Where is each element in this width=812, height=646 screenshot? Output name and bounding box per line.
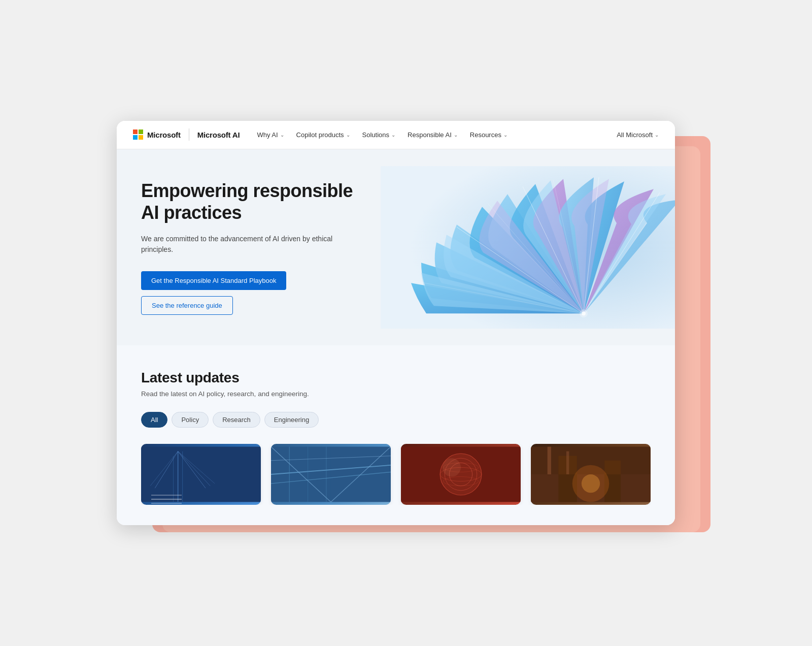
browser-window: Microsoft Microsoft AI Why AI ⌄ Copilot …	[117, 121, 675, 525]
cta-reference-button[interactable]: See the reference guide	[141, 296, 233, 315]
product-brand: Microsoft AI	[197, 131, 240, 139]
logo-blue-square	[133, 135, 138, 140]
navbar-links: Why AI ⌄ Copilot products ⌄ Solutions ⌄ …	[252, 128, 513, 142]
update-card-4[interactable]	[531, 444, 651, 505]
cards-grid	[141, 444, 651, 505]
filter-all[interactable]: All	[141, 412, 167, 428]
card-1-image	[141, 444, 261, 505]
hero-buttons: Get the Responsible AI Standard Playbook…	[141, 271, 356, 315]
hero-illustration	[381, 149, 675, 345]
hero-image	[381, 149, 675, 345]
hero-subtitle: We are committed to the advancement of A…	[141, 234, 356, 255]
updates-section: Latest updates Read the latest on AI pol…	[117, 345, 675, 525]
nav-copilot-chevron: ⌄	[346, 132, 350, 138]
nav-responsible-ai-chevron: ⌄	[454, 132, 458, 138]
svg-rect-10	[141, 447, 261, 502]
nav-why-ai-chevron: ⌄	[280, 132, 284, 138]
microsoft-wordmark: Microsoft	[147, 131, 181, 139]
navbar-divider	[189, 128, 189, 141]
nav-resources-chevron: ⌄	[503, 132, 507, 138]
all-microsoft-link[interactable]: All Microsoft ⌄	[617, 131, 659, 139]
nav-resources[interactable]: Resources ⌄	[465, 128, 513, 142]
card-2-image	[271, 444, 391, 505]
svg-point-43	[582, 474, 600, 493]
nav-solutions[interactable]: Solutions ⌄	[357, 128, 400, 142]
nav-responsible-ai[interactable]: Responsible AI ⌄	[402, 128, 463, 142]
card-4-image	[531, 444, 651, 505]
navbar: Microsoft Microsoft AI Why AI ⌄ Copilot …	[117, 121, 675, 149]
nav-solutions-label: Solutions	[362, 131, 389, 139]
update-card-3[interactable]	[401, 444, 521, 505]
hero-section: Empowering responsible AI practices We a…	[117, 149, 675, 345]
filter-engineering[interactable]: Engineering	[264, 412, 319, 428]
filter-tabs: All Policy Research Engineering	[141, 412, 651, 428]
nav-copilot-label: Copilot products	[296, 131, 344, 139]
nav-solutions-chevron: ⌄	[391, 132, 395, 138]
logo-green-square	[139, 130, 143, 134]
nav-resources-label: Resources	[470, 131, 501, 139]
svg-point-37	[443, 458, 461, 476]
updates-title: Latest updates	[141, 370, 651, 386]
cta-playbook-button[interactable]: Get the Responsible AI Standard Playbook	[141, 271, 286, 290]
all-microsoft-label: All Microsoft	[617, 131, 653, 139]
svg-point-9	[580, 309, 588, 317]
nav-why-ai[interactable]: Why AI ⌄	[252, 128, 289, 142]
svg-rect-20	[271, 447, 391, 502]
filter-policy[interactable]: Policy	[172, 412, 209, 428]
update-card-1[interactable]	[141, 444, 261, 505]
nav-copilot-products[interactable]: Copilot products ⌄	[291, 128, 355, 142]
nav-why-ai-label: Why AI	[257, 131, 278, 139]
filter-research[interactable]: Research	[213, 412, 260, 428]
microsoft-logo-group[interactable]: Microsoft	[133, 130, 181, 140]
updates-subtitle: Read the latest on AI policy, research, …	[141, 390, 651, 398]
card-3-image	[401, 444, 521, 505]
hero-content: Empowering responsible AI practices We a…	[117, 149, 381, 345]
hero-title: Empowering responsible AI practices	[141, 180, 356, 223]
logo-yellow-square	[139, 135, 143, 140]
all-microsoft-chevron: ⌄	[655, 132, 659, 138]
logo-red-square	[133, 130, 138, 134]
microsoft-logo-icon	[133, 130, 143, 140]
nav-responsible-ai-label: Responsible AI	[408, 131, 452, 139]
update-card-2[interactable]	[271, 444, 391, 505]
